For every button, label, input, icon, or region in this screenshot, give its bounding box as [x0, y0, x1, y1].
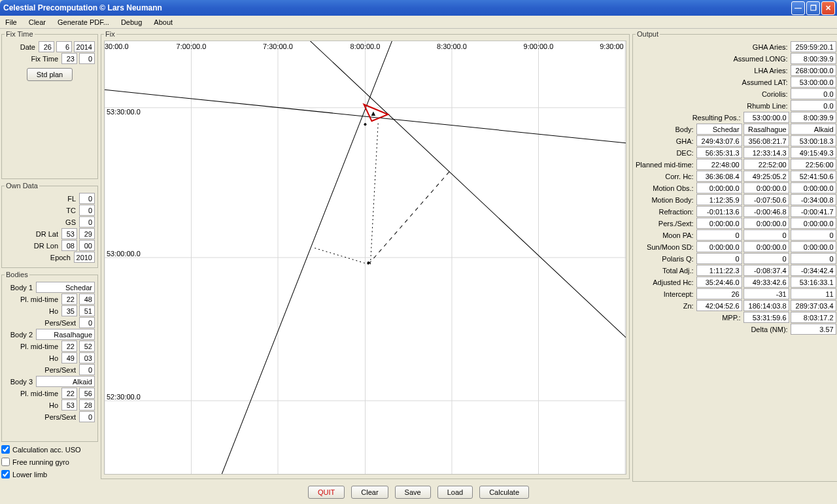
output-row: Total Adj.:1:11:22.3-0:08:37.4-0:34:42.4: [636, 265, 836, 276]
output-row: Coriolis:0.0: [636, 88, 836, 99]
svg-text:7:30:00.0: 7:30:00.0: [263, 42, 293, 50]
output-label: Intercept:: [664, 290, 695, 298]
std-plan-button[interactable]: Std plan: [27, 68, 73, 81]
body2-ps-label: Pers/Sext: [44, 366, 76, 374]
titlebar: Celestial Precomputation © Lars Neumann …: [0, 0, 837, 16]
drlon-deg-input[interactable]: [61, 240, 77, 251]
output-value: 49:25:05.2: [743, 171, 789, 182]
drlat-deg-input[interactable]: [61, 228, 77, 239]
output-value: -0:34:42.4: [791, 265, 836, 276]
fixtime-hour-input[interactable]: [61, 53, 77, 64]
output-value: 0:00:00.0: [696, 218, 742, 229]
menu-generate-pdf[interactable]: Generate PDF...: [55, 17, 112, 27]
limb-checkbox[interactable]: [1, 470, 10, 479]
output-group: Output GHA Aries:259:59:20.1Assumed LONG…: [632, 30, 837, 482]
body3-input[interactable]: [36, 376, 95, 387]
output-value: 11: [791, 288, 836, 299]
gyro-checkbox[interactable]: [1, 458, 10, 466]
tc-input[interactable]: [79, 205, 95, 216]
output-row: Pers./Sext:0:00:00.00:00:00.00:00:00.0: [636, 218, 836, 229]
output-value: 22:56:00: [791, 159, 836, 170]
output-value: Rasalhague: [743, 124, 789, 135]
body1-ho-d-input[interactable]: [61, 305, 77, 316]
uso-checkbox[interactable]: [1, 445, 10, 454]
date-day-input[interactable]: [39, 41, 54, 52]
gs-input[interactable]: [79, 216, 95, 227]
menu-clear[interactable]: Clear: [26, 17, 48, 27]
output-value: 35:24:46.0: [696, 277, 742, 288]
menu-file[interactable]: File: [3, 17, 20, 27]
epoch-input[interactable]: [74, 252, 95, 263]
body2-ps-input[interactable]: [79, 364, 95, 375]
output-row: Assumed LAT:53:00:00.0: [636, 76, 836, 88]
output-value: 53:16:33.1: [791, 277, 836, 288]
save-button[interactable]: Save: [395, 486, 431, 499]
epoch-label: Epoch: [50, 254, 71, 261]
body1-mid-h-input[interactable]: [61, 294, 77, 305]
body3-ho-m-input[interactable]: [79, 399, 95, 411]
bodies-group: Bodies Body 1 Pl. mid-time Ho Pers/Sext …: [1, 271, 98, 442]
output-row: GHA Aries:259:59:20.1: [636, 41, 836, 52]
close-button[interactable]: ✕: [821, 1, 835, 15]
menu-debug[interactable]: Debug: [118, 17, 145, 27]
body2-input[interactable]: [36, 329, 95, 340]
svg-point-19: [367, 261, 369, 264]
output-value: 0: [791, 253, 836, 264]
minimize-button[interactable]: —: [791, 1, 805, 15]
body2-mid-h-input[interactable]: [61, 341, 77, 352]
svg-text:30:00.0: 30:00.0: [105, 42, 129, 50]
output-value: 0:00:00.0: [743, 241, 789, 252]
maximize-button[interactable]: ❐: [806, 1, 820, 15]
date-month-input[interactable]: [56, 41, 72, 52]
output-label: Moon PA:: [662, 231, 695, 239]
date-year-input[interactable]: [74, 41, 95, 52]
body1-input[interactable]: [36, 282, 95, 293]
output-label: Pers./Sext:: [658, 220, 695, 227]
calculate-button[interactable]: Calculate: [479, 486, 529, 499]
output-value: 0: [743, 253, 789, 264]
fixtime-group: Fix Time Date Fix Time Std plan: [1, 30, 98, 179]
output-value: 56:35:31.3: [696, 147, 742, 158]
body2-mid-m-input[interactable]: [79, 341, 95, 352]
fix-plot-legend: Fix: [104, 30, 116, 38]
output-label: GHA Aries:: [753, 43, 789, 51]
fl-label: FL: [67, 195, 76, 203]
output-value: -31: [743, 288, 789, 299]
svg-text:52:30:00.0: 52:30:00.0: [107, 393, 141, 401]
menu-about[interactable]: About: [151, 17, 175, 27]
output-value: 0:00:00.0: [743, 182, 789, 193]
body3-mid-h-input[interactable]: [61, 388, 77, 399]
output-value: Schedar: [696, 124, 742, 135]
body3-ho-label: Ho: [49, 401, 58, 409]
body3-mid-m-input[interactable]: [79, 388, 95, 399]
body2-ho-d-input[interactable]: [61, 352, 77, 363]
fixtime-min-input[interactable]: [79, 53, 95, 64]
body1-ps-input[interactable]: [79, 317, 95, 328]
output-value: Alkaid: [791, 124, 836, 135]
drlat-min-input[interactable]: [79, 228, 95, 239]
body3-ho-d-input[interactable]: [61, 399, 77, 411]
fl-input[interactable]: [79, 193, 95, 204]
output-value: 249:43:07.6: [696, 135, 742, 146]
output-value: 0:00:00.0: [743, 218, 789, 229]
load-button[interactable]: Load: [437, 486, 473, 499]
gs-label: GS: [65, 218, 76, 226]
bodies-legend: Bodies: [5, 271, 29, 278]
output-value: 22:52:00: [743, 159, 789, 170]
output-value: 49:15:49.3: [791, 147, 836, 158]
body3-mid-label: Pl. mid-time: [20, 390, 58, 397]
body3-ps-input[interactable]: [79, 411, 95, 422]
output-row: Assumed LONG:8:00:39.9: [636, 53, 836, 64]
output-value: 186:14:03.8: [743, 300, 789, 311]
svg-text:8:30:00.0: 8:30:00.0: [437, 42, 467, 50]
body1-ho-m-input[interactable]: [79, 305, 95, 316]
fix-plot[interactable]: ▲ 30:00.0 7:00:00.0 7:30:00.0 8:00:00.0 …: [104, 41, 626, 475]
body1-mid-m-input[interactable]: [79, 294, 95, 305]
body2-ho-m-input[interactable]: [79, 352, 95, 363]
quit-button[interactable]: QUIT: [308, 486, 345, 499]
drlon-min-input[interactable]: [79, 240, 95, 251]
clear-button[interactable]: Clear: [351, 486, 388, 499]
output-value: -0:08:37.4: [743, 265, 789, 276]
output-value: 1:11:22.3: [696, 265, 742, 276]
output-row: Body:SchedarRasalhagueAlkaid: [636, 124, 836, 135]
